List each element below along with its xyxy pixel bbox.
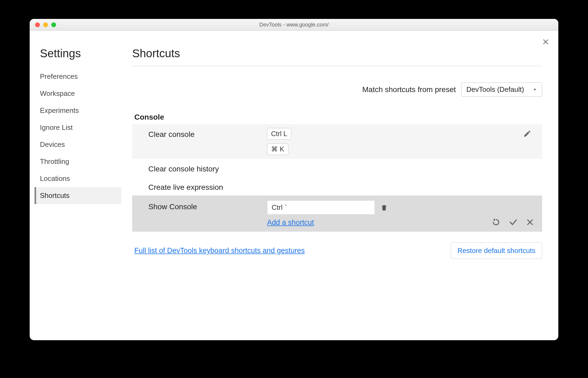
main-panel: Shortcuts Match shortcuts from preset De… [121,31,558,340]
sidebar-item-throttling[interactable]: Throttling [35,153,121,170]
close-window-button[interactable] [35,22,40,27]
preset-select[interactable]: DevTools (Default) [461,82,542,97]
sidebar-item-label: Devices [40,140,65,148]
keycap: ⌘ K [267,143,288,155]
shortcut-row-clear-history: Clear console history [132,159,542,177]
preset-label: Match shortcuts from preset [362,85,456,94]
content-area: Settings Preferences Workspace Experimen… [30,31,558,340]
confirm-icon[interactable] [509,218,518,227]
footer-row: Full list of DevTools keyboard shortcuts… [132,242,542,259]
settings-sidebar: Settings Preferences Workspace Experimen… [30,31,121,340]
shortcut-input[interactable] [267,200,375,215]
shortcut-row-create-live-expression: Create live expression [132,177,542,195]
shortcut-label: Create live expression [148,181,267,192]
sidebar-item-label: Experiments [40,106,79,114]
sidebar-item-experiments[interactable]: Experiments [35,102,121,119]
devtools-window: DevTools - www.google.com/ Settings Pref… [30,19,558,340]
maximize-window-button[interactable] [51,22,56,27]
full-list-link[interactable]: Full list of DevTools keyboard shortcuts… [134,247,305,255]
sidebar-item-label: Throttling [40,157,69,166]
shortcut-row-clear-console: Clear console Ctrl L ⌘ K [132,124,542,159]
shortcut-input-row [267,200,388,215]
delete-shortcut-button[interactable] [380,204,388,211]
sidebar-item-locations[interactable]: Locations [35,170,121,187]
undo-icon[interactable] [491,218,501,227]
sidebar-item-label: Workspace [40,89,75,97]
traffic-lights [30,22,56,27]
keycap: Ctrl L [267,128,291,140]
add-shortcut-link[interactable]: Add a shortcut [267,218,388,227]
close-settings-button[interactable] [542,38,549,45]
page-title: Shortcuts [132,47,542,60]
titlebar: DevTools - www.google.com/ [30,19,558,31]
sidebar-item-workspace[interactable]: Workspace [35,85,121,102]
sidebar-item-shortcuts[interactable]: Shortcuts [35,187,121,204]
section-console-header: Console [132,113,542,122]
sidebar-item-label: Ignore List [40,123,73,131]
preset-value: DevTools (Default) [466,85,524,94]
sidebar-item-ignore-list[interactable]: Ignore List [35,119,121,136]
sidebar-item-preferences[interactable]: Preferences [35,68,121,85]
shortcut-edit-area: Add a shortcut [267,200,388,227]
shortcut-label: Clear console history [148,163,267,173]
divider [132,66,542,66]
edit-actions [491,218,534,227]
sidebar-item-label: Preferences [40,72,78,80]
shortcut-label: Clear console [148,128,267,139]
shortcut-label: Show Console [148,200,267,211]
shortcut-row-show-console: Show Console Add a shortcut [132,195,542,232]
edit-shortcut-button[interactable] [523,130,531,138]
cancel-icon[interactable] [526,218,534,226]
sidebar-item-label: Locations [40,174,70,183]
minimize-window-button[interactable] [43,22,48,27]
shortcut-keys: Ctrl L ⌘ K [267,128,291,155]
sidebar-item-devices[interactable]: Devices [35,136,121,153]
preset-row: Match shortcuts from preset DevTools (De… [132,82,542,97]
window-title: DevTools - www.google.com/ [30,22,558,28]
restore-defaults-button[interactable]: Restore default shortcuts [451,242,542,259]
sidebar-item-label: Shortcuts [40,191,70,200]
sidebar-title: Settings [37,47,121,60]
chevron-down-icon [533,87,537,92]
